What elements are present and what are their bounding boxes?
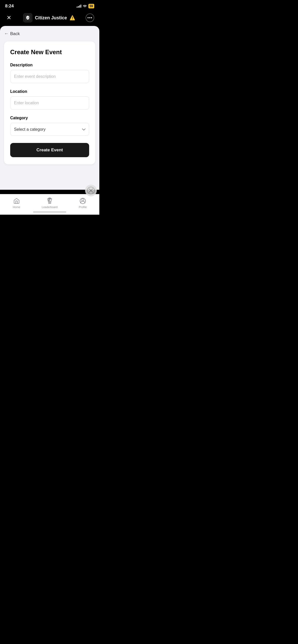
nav-center: Citizen Justice ⚠️ — [23, 13, 75, 22]
category-select[interactable]: Select a category Crime Accident Emergen… — [10, 123, 89, 136]
more-options-button[interactable]: ••• — [86, 13, 94, 22]
nav-item-profile[interactable]: Profile — [66, 197, 99, 209]
status-time: 8:24 — [5, 4, 14, 9]
description-label: Description — [10, 63, 89, 67]
home-indicator — [33, 211, 66, 213]
profile-label: Profile — [79, 206, 87, 209]
more-dots-icon: ••• — [87, 16, 92, 20]
home-icon — [13, 197, 20, 204]
status-bar: 8:24 59 — [0, 0, 99, 11]
leaderboard-label: Leaderboard — [42, 206, 58, 209]
nav-item-leaderboard[interactable]: Leaderboard — [33, 197, 66, 209]
nav-bar: ✕ Citizen Justice ⚠️ ••• — [0, 11, 99, 26]
status-icons: 59 — [77, 4, 94, 8]
battery-level: 59 — [90, 4, 93, 8]
signal-bars-icon — [77, 5, 81, 8]
location-label: Location — [10, 89, 89, 94]
battery-icon: 59 — [88, 4, 94, 8]
leaderboard-icon — [46, 197, 53, 204]
nav-item-home[interactable]: Home — [0, 197, 33, 209]
profile-icon — [79, 197, 86, 204]
location-group: Location — [10, 89, 89, 110]
category-select-wrapper: Select a category Crime Accident Emergen… — [10, 123, 89, 136]
warning-icon: ⚠️ — [70, 15, 75, 21]
home-label: Home — [13, 206, 20, 209]
back-label: Back — [10, 31, 20, 36]
description-group: Description — [10, 63, 89, 83]
location-input[interactable] — [10, 96, 89, 110]
category-label: Category — [10, 116, 89, 120]
svg-point-0 — [84, 7, 85, 7]
app-title: Citizen Justice — [35, 15, 67, 21]
content-area: ← Back Create New Event Description Loca… — [0, 26, 99, 190]
create-event-form: Create New Event Description Location Ca… — [4, 41, 95, 164]
close-button[interactable]: ✕ — [5, 14, 13, 22]
back-arrow-icon: ← — [4, 31, 9, 36]
category-group: Category Select a category Crime Acciden… — [10, 116, 89, 136]
overlay-badge — [85, 185, 97, 196]
wifi-icon — [83, 4, 87, 8]
svg-point-3 — [82, 199, 84, 201]
close-icon: ✕ — [7, 15, 11, 21]
back-button[interactable]: ← Back — [4, 31, 95, 36]
description-input[interactable] — [10, 70, 89, 83]
create-event-button[interactable]: Create Event — [10, 143, 89, 157]
form-title: Create New Event — [10, 49, 89, 56]
app-logo — [23, 13, 32, 22]
